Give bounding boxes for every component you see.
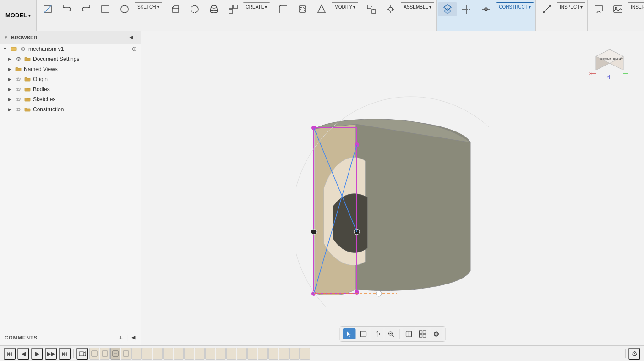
- tree-item-origin[interactable]: ▶ Origin: [0, 74, 141, 84]
- window-select-btn[interactable]: [358, 328, 370, 340]
- tree-arrow-doc[interactable]: ▶: [6, 56, 13, 62]
- display-mode-btn[interactable]: [403, 328, 415, 340]
- keyframe-16[interactable]: [258, 348, 268, 360]
- model-menu-button[interactable]: MODEL ▾: [0, 0, 37, 31]
- keyframe-1[interactable]: [89, 348, 99, 360]
- modify-section-label[interactable]: MODIFY ▾: [332, 2, 358, 11]
- keyframe-5[interactable]: [142, 348, 152, 360]
- eye-icon-root: [10, 45, 17, 53]
- svg-rect-75: [361, 331, 366, 337]
- undo-btn[interactable]: [58, 2, 76, 16]
- tree-item-root[interactable]: ▼ mechanism v1: [0, 44, 141, 54]
- svg-point-3: [121, 5, 128, 13]
- sketch-circle-btn[interactable]: [115, 2, 134, 16]
- svg-point-46: [22, 49, 24, 50]
- keyframe-15[interactable]: [247, 348, 257, 360]
- keyframe-active[interactable]: [110, 348, 120, 360]
- construct-plane-btn[interactable]: [438, 2, 457, 16]
- zoom-btn[interactable]: [385, 328, 397, 340]
- timeline-end-btn[interactable]: ⏭: [59, 348, 71, 360]
- svg-rect-83: [420, 331, 422, 334]
- assemble-joint-btn[interactable]: [382, 2, 400, 16]
- insert-canvas-btn[interactable]: [609, 2, 627, 16]
- keyframe-10[interactable]: [195, 348, 205, 360]
- assemble-section-label[interactable]: ASSEMBLE ▾: [401, 2, 434, 11]
- collapse-comments-btn[interactable]: ◀: [131, 334, 136, 341]
- tree-arrow-construction[interactable]: ▶: [6, 106, 13, 113]
- sketches-label: Sketches: [33, 96, 55, 103]
- redo-btn[interactable]: [77, 2, 95, 16]
- timeline-prev-btn[interactable]: ◀: [17, 348, 29, 360]
- keyframe-9[interactable]: [184, 348, 194, 360]
- eye-icon-sketches: [15, 96, 22, 103]
- sidebar-collapse-btn[interactable]: ◀: [128, 33, 134, 41]
- create-extrude-btn[interactable]: [166, 2, 185, 16]
- create-section-label[interactable]: CREATE ▾: [243, 2, 270, 11]
- keyframe-11[interactable]: [205, 348, 215, 360]
- root-label: mechanism v1: [28, 46, 64, 52]
- keyframe-6[interactable]: [153, 348, 163, 360]
- keyframe-12[interactable]: [216, 348, 226, 360]
- tree-arrow-bodies[interactable]: ▶: [6, 86, 13, 93]
- browser-label: ▼ BROWSER: [4, 35, 37, 40]
- keyframe-3[interactable]: [121, 348, 131, 360]
- inspect-section-label[interactable]: INSPECT ▾: [557, 2, 585, 11]
- grid-btn[interactable]: [417, 328, 429, 340]
- timeline-next-btn[interactable]: ▶▶: [45, 348, 57, 360]
- construct-section-label[interactable]: CONSTRUCT ▾: [496, 2, 534, 11]
- timeline-start-btn[interactable]: ⏮: [4, 348, 16, 360]
- timeline-camera-btn[interactable]: [76, 348, 88, 360]
- sketch-create-btn[interactable]: [38, 2, 57, 16]
- keyframe-14[interactable]: [237, 348, 247, 360]
- keyframe-4[interactable]: [131, 348, 142, 360]
- modify-fillet-btn[interactable]: [274, 2, 292, 16]
- svg-rect-84: [423, 331, 426, 334]
- modify-shell-btn[interactable]: [293, 2, 311, 16]
- sketch-label: SKETCH: [137, 5, 156, 10]
- add-comment-btn[interactable]: +: [118, 333, 124, 342]
- select-mode-btn[interactable]: [343, 328, 356, 339]
- viewport[interactable]: FRONT RIGHT Z X: [141, 31, 644, 345]
- keyframe-18[interactable]: [279, 348, 289, 360]
- svg-marker-15: [318, 5, 325, 12]
- keyframe-13[interactable]: [226, 348, 236, 360]
- tree-arrow-sketches[interactable]: ▶: [6, 96, 13, 103]
- tree-item-construction[interactable]: ▶ Construction: [0, 104, 141, 115]
- tree-item-named-views[interactable]: ▶ Named Views: [0, 64, 141, 74]
- create-loft-btn[interactable]: [205, 2, 223, 16]
- folder-icon-bodies: [24, 86, 31, 93]
- keyframe-19[interactable]: [289, 348, 300, 360]
- tree-arrow-origin[interactable]: ▶: [6, 76, 13, 82]
- construct-axis-btn[interactable]: [458, 2, 476, 16]
- sketch-rect-btn[interactable]: [96, 2, 115, 16]
- cube-navigator[interactable]: FRONT RIGHT Z X: [589, 40, 630, 82]
- insert-section-label[interactable]: INSERT ▾: [628, 2, 644, 11]
- timeline-settings-btn[interactable]: ⚙: [628, 348, 640, 360]
- visual-style-btn[interactable]: [431, 328, 442, 340]
- sketch-group: SKETCH ▾: [37, 0, 164, 31]
- keyframe-7[interactable]: [163, 348, 173, 360]
- insert-group: INSERT ▾: [588, 0, 644, 31]
- pan-btn[interactable]: [371, 328, 383, 340]
- tree-arrow-root[interactable]: ▼: [2, 46, 8, 52]
- inspect-measure-btn[interactable]: [538, 2, 556, 16]
- tree-arrow-named-views[interactable]: ▶: [6, 66, 13, 72]
- svg-rect-4: [172, 8, 179, 12]
- tree-item-doc-settings[interactable]: ▶ ⚙ Document Settings: [0, 54, 141, 64]
- timeline-play-btn[interactable]: ▶: [31, 348, 43, 360]
- keyframe-20[interactable]: [300, 348, 310, 360]
- sketch-section-label[interactable]: SKETCH ▾: [135, 2, 162, 11]
- tree-item-bodies[interactable]: ▶ Bodies: [0, 84, 141, 94]
- create-revolve-btn[interactable]: [186, 2, 204, 16]
- create-more-btn[interactable]: [224, 2, 242, 16]
- assemble-new-btn[interactable]: [362, 2, 381, 16]
- svg-point-52: [17, 109, 19, 110]
- insert-decal-btn[interactable]: [589, 2, 608, 16]
- modify-draft-btn[interactable]: [312, 2, 331, 16]
- keyframe-17[interactable]: [268, 348, 278, 360]
- construct-point-btn[interactable]: [477, 2, 495, 16]
- tree-item-sketches[interactable]: ▶ Sketches: [0, 94, 141, 104]
- keyframe-2[interactable]: [100, 348, 110, 360]
- keyframe-8[interactable]: [174, 348, 184, 360]
- assemble-group: ASSEMBLE ▾: [360, 0, 437, 31]
